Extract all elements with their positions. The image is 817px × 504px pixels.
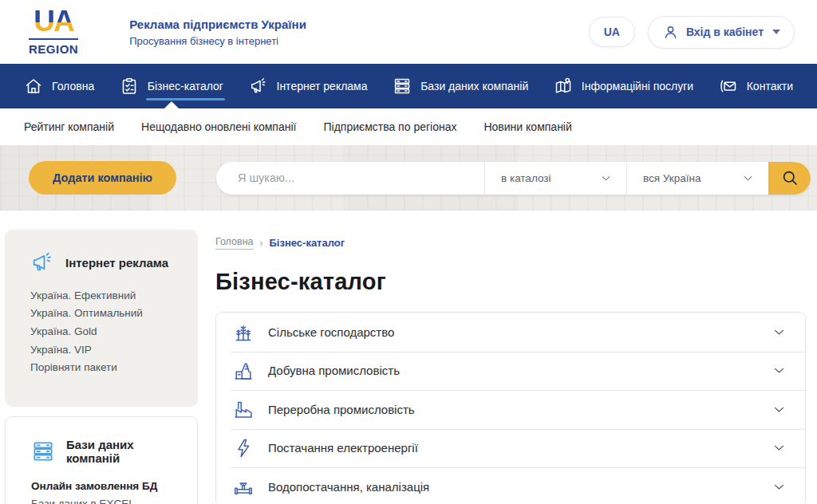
database-icon — [31, 439, 55, 463]
search-input[interactable] — [216, 162, 484, 195]
sidebar-item-online-db-order[interactable]: Онлайн замовлення БД — [31, 477, 183, 495]
sidebar: Інтернет реклама Україна. Ефективний Укр… — [5, 230, 198, 504]
logo-ua-text: UA — [29, 8, 78, 35]
water-valve-icon — [232, 475, 255, 498]
header: UA REGION Реклама підприємств України Пр… — [0, 0, 817, 64]
sidebar-internet-ads-card: Інтернет реклама Україна. Ефективний Укр… — [5, 230, 198, 407]
nav-item-label: Бізнес-каталог — [148, 80, 223, 93]
category-label: Добувна промисловість — [268, 364, 400, 377]
nav-item-business-catalog[interactable]: Бізнес-каталог — [120, 64, 223, 108]
login-button-label: Вхід в кабінет — [686, 26, 764, 38]
nav-item-home[interactable]: Головна — [24, 64, 94, 108]
content-area: Інтернет реклама Україна. Ефективний Укр… — [0, 211, 817, 504]
nav-item-internet-ads[interactable]: Інтернет реклама — [249, 64, 368, 108]
subnav-recently-updated[interactable]: Нещодавно оновлені компанії — [141, 120, 296, 133]
nav-item-label: Бази даних компаній — [420, 80, 528, 93]
category-label: Переробна промисловість — [268, 403, 415, 416]
region-select[interactable]: вся Україна — [626, 162, 768, 195]
sidebar-item-gold[interactable]: Україна. Gold — [30, 322, 184, 341]
sidebar-section-title: Бази даних компаній — [66, 438, 183, 465]
sidebar-item-compare-packages[interactable]: Порівняти пакети — [30, 358, 184, 376]
contact-envelope-icon — [719, 77, 738, 96]
nav-item-contacts[interactable]: Контакти — [719, 64, 793, 108]
sub-navigation: Рейтинг компаній Нещодавно оновлені комп… — [0, 108, 817, 145]
category-row-mining[interactable]: Добувна промисловість — [216, 352, 805, 391]
sidebar-item-effective[interactable]: Україна. Ефективний — [30, 286, 184, 305]
chevron-down-icon — [600, 172, 612, 184]
search-bar: в каталозі вся Україна — [216, 162, 811, 195]
search-strip: Додати компанію в каталозі вся Україна — [0, 145, 817, 211]
nav-item-info-services[interactable]: Інформаційні послуги — [554, 64, 693, 108]
breadcrumb-current: Бізнес-каталог — [270, 237, 345, 249]
category-row-electricity[interactable]: Постачання електроенергії — [216, 429, 805, 468]
caret-down-icon — [772, 30, 780, 34]
login-button[interactable]: Вхід в кабінет — [648, 16, 795, 49]
sidebar-databases-header[interactable]: Бази даних компаній — [31, 438, 183, 465]
breadcrumb: Головна › Бізнес-каталог — [215, 236, 806, 250]
sidebar-internet-ads-header[interactable]: Інтернет реклама — [30, 250, 184, 274]
nav-item-label: Інтернет реклама — [277, 80, 368, 93]
factory-icon — [232, 398, 255, 420]
megaphone-icon — [30, 250, 54, 274]
search-submit-button[interactable] — [768, 162, 811, 195]
home-icon — [24, 77, 43, 96]
language-button[interactable]: UA — [589, 17, 635, 47]
lightning-icon — [232, 437, 255, 459]
nav-item-databases[interactable]: Бази даних компаній — [393, 64, 528, 108]
mining-derrick-icon — [232, 360, 255, 382]
chevron-down-icon — [772, 441, 786, 455]
category-label: Сільське господарство — [268, 325, 394, 339]
chevron-down-icon — [772, 325, 786, 339]
wheat-icon — [232, 321, 255, 343]
sidebar-item-optimal[interactable]: Україна. Оптимальний — [30, 305, 184, 323]
subnav-company-rating[interactable]: Рейтинг компаній — [24, 120, 114, 133]
sidebar-item-db-excel[interactable]: Бази даних в EXCEL — [31, 495, 183, 504]
main-panel: Головна › Бізнес-каталог Бізнес-каталог — [215, 230, 806, 504]
sidebar-databases-card: Бази даних компаній Онлайн замовлення БД… — [5, 416, 198, 504]
databases-list: Онлайн замовлення БД Бази даних в EXCEL … — [31, 477, 183, 504]
site-logo[interactable]: UA REGION — [29, 8, 78, 56]
logo-region-text: REGION — [29, 42, 78, 56]
sidebar-item-vip[interactable]: Україна. VIP — [30, 341, 184, 359]
category-accordion: Сільське господарство Добувна проми — [215, 312, 806, 504]
catalog-scope-select[interactable]: в каталозі — [484, 162, 626, 195]
clipboard-icon — [120, 77, 139, 96]
tagline-line1: Реклама підприємств України — [129, 18, 306, 31]
nav-item-label: Головна — [52, 80, 94, 93]
tagline-line2: Просування бізнесу в інтернеті — [129, 35, 306, 47]
main-navigation: Головна Бізнес-каталог Інтернет реклама — [0, 64, 817, 108]
chevron-down-icon — [742, 172, 754, 184]
chevron-down-icon — [772, 364, 786, 377]
breadcrumb-home-link[interactable]: Головна — [215, 236, 254, 250]
nav-item-label: Інформаційні послуги — [582, 80, 693, 93]
page-title: Бізнес-каталог — [215, 269, 806, 295]
search-icon — [780, 168, 799, 187]
logo-divider — [29, 38, 78, 40]
nav-item-label: Контакти — [747, 80, 793, 93]
map-pin-icon — [554, 77, 573, 96]
category-row-manufacturing[interactable]: Переробна промисловість — [216, 390, 805, 429]
category-row-water-supply[interactable]: Водопостачання, каналізація — [216, 467, 805, 504]
category-label: Постачання електроенергії — [268, 441, 418, 455]
category-row-agriculture[interactable]: Сільське господарство — [216, 313, 805, 352]
megaphone-icon — [249, 77, 268, 96]
subnav-company-news[interactable]: Новини компаній — [483, 120, 571, 133]
internet-ads-list: Україна. Ефективний Україна. Оптимальний… — [30, 286, 184, 376]
category-label: Водопостачання, каналізація — [268, 480, 429, 494]
breadcrumb-separator: › — [260, 238, 263, 249]
subnav-by-region[interactable]: Підприємства по регіонах — [323, 120, 456, 133]
catalog-scope-value: в каталозі — [501, 172, 551, 184]
chevron-down-icon — [772, 480, 786, 494]
add-company-button[interactable]: Додати компанію — [29, 161, 176, 195]
chevron-down-icon — [772, 403, 786, 416]
page: UA REGION Реклама підприємств України Пр… — [0, 0, 817, 504]
header-actions: UA Вхід в кабінет — [589, 16, 795, 49]
database-icon — [393, 77, 412, 96]
region-value: вся Україна — [643, 172, 701, 184]
user-icon — [662, 24, 679, 41]
sidebar-section-title: Інтернет реклама — [65, 256, 168, 270]
site-tagline: Реклама підприємств України Просування б… — [129, 18, 306, 47]
